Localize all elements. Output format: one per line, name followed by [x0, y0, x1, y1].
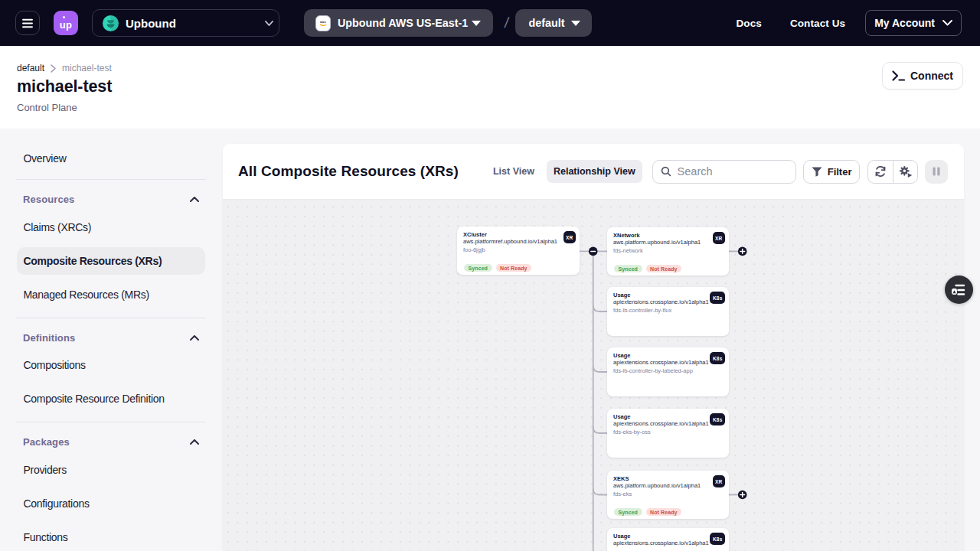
node-title: Usage: [613, 414, 724, 420]
sidebar-item-managed-resources[interactable]: Managed Resources (MRs): [17, 281, 205, 308]
app-root: up Upbound aws Upbound AWS US-East-1: [0, 0, 980, 551]
filter-label: Filter: [828, 166, 852, 178]
hamburger-icon: [22, 18, 33, 28]
sidebar-item-label: Compositions: [24, 359, 86, 371]
legend-toggle-button[interactable]: [945, 276, 973, 304]
pause-button[interactable]: [925, 160, 948, 184]
sidebar: Overview Resources Claims (XRCs) Composi…: [0, 129, 223, 551]
svg-text:aws: aws: [320, 20, 327, 24]
node-name: fds-eks: [613, 491, 724, 497]
sidebar-item-providers[interactable]: Providers: [17, 456, 205, 484]
graph-node-xeks[interactable]: XEKSaws.platform.upbound.io/v1alpha1fds-…: [607, 471, 729, 519]
gear-play-icon: [899, 165, 913, 178]
sidebar-item-functions[interactable]: Functions: [17, 523, 205, 551]
control-plane-select[interactable]: aws Upbound AWS US-East-1: [304, 9, 493, 37]
sidebar-item-overview[interactable]: Overview: [17, 145, 205, 172]
composite-resources-panel: All Composite Resources (XRs) List View …: [223, 144, 964, 551]
sidebar-section-label: Definitions: [23, 332, 190, 344]
main-panel-wrap: All Composite Resources (XRs) List View …: [223, 129, 980, 551]
my-account-label: My Account: [874, 17, 935, 29]
menu-button[interactable]: [15, 11, 40, 35]
docs-link[interactable]: Docs: [736, 18, 761, 29]
node-kind-badge: XR: [564, 231, 576, 243]
node-kind-badge: K8s: [710, 292, 725, 304]
status-badge-synced: Synced: [614, 508, 642, 516]
sidebar-item-label: Functions: [24, 531, 68, 543]
path-separator: /: [504, 15, 510, 31]
graph-node-usage-1[interactable]: Usageapiextensions.crossplane.io/v1alpha…: [607, 287, 729, 336]
node-kind-badge: K8s: [710, 352, 725, 364]
legend-icon: [952, 284, 966, 296]
relationship-canvas[interactable]: XClusteraws.platformref.upbound.io/v1alp…: [223, 199, 964, 551]
sidebar-divider: [16, 179, 206, 180]
page-subtitle: Control Plane: [17, 102, 965, 113]
node-kind-badge: K8s: [710, 413, 725, 425]
node-statuses: SyncedNot Ready: [614, 265, 681, 272]
chevron-up-icon: [190, 439, 199, 445]
graph-node-usage-4[interactable]: Usageapiextensions.crossplane.io/v1alpha…: [607, 528, 729, 551]
sidebar-divider: [16, 422, 206, 422]
refresh-button[interactable]: [868, 161, 893, 183]
organization-select[interactable]: Upbound: [92, 9, 279, 37]
search-input[interactable]: [678, 165, 788, 178]
group-select[interactable]: default: [515, 9, 593, 37]
node-name: fds-lb-controller-by-flux: [613, 308, 724, 314]
graph-node-usage-3[interactable]: Usageapiextensions.crossplane.io/v1alpha…: [607, 409, 729, 458]
node-title: XNetwork: [613, 233, 724, 239]
status-badge-synced: Synced: [464, 264, 492, 272]
graph-node-xnetwork[interactable]: XNetworkaws.platform.upbound.io/v1alpha1…: [607, 227, 729, 276]
sidebar-item-label: Managed Resources (MRs): [24, 289, 149, 301]
node-title: XEKS: [613, 476, 724, 482]
aws-logo-icon: aws: [315, 15, 331, 31]
graph-node-usage-2[interactable]: Usageapiextensions.crossplane.io/v1alpha…: [607, 347, 729, 396]
terminal-icon: [892, 70, 905, 81]
my-account-button[interactable]: My Account: [865, 10, 962, 36]
sidebar-item-compositions[interactable]: Compositions: [17, 351, 205, 379]
contact-us-link[interactable]: Contact Us: [790, 18, 845, 29]
node-title: XCluster: [463, 232, 574, 238]
upbound-logo[interactable]: up: [54, 11, 78, 35]
node-api-version: apiextensions.crossplane.io/v1alpha1: [613, 299, 724, 305]
node-statuses: SyncedNot Ready: [614, 508, 681, 516]
breadcrumb-group[interactable]: default: [17, 63, 44, 73]
connect-button[interactable]: Connect: [882, 62, 963, 90]
sidebar-section-definitions[interactable]: Definitions: [0, 328, 214, 347]
run-automation-button[interactable]: [893, 161, 917, 183]
organization-avatar: [103, 15, 119, 31]
sidebar-item-composite-resource-definition[interactable]: Composite Resource Definition: [17, 385, 205, 412]
node-api-version: apiextensions.crossplane.io/v1alpha1: [613, 421, 724, 427]
page-header: default michael-test michael-test Contro…: [0, 46, 980, 129]
sidebar-section-packages[interactable]: Packages: [0, 432, 214, 452]
node-api-version: aws.platform.upbound.io/v1alpha1: [613, 240, 724, 246]
chevron-down-icon: [942, 20, 952, 26]
sidebar-item-configurations[interactable]: Configurations: [17, 490, 205, 517]
filter-button[interactable]: Filter: [803, 160, 861, 184]
control-plane-select-label: Upbound AWS US-East-1: [338, 17, 468, 29]
list-view-button[interactable]: List View: [493, 166, 534, 177]
node-name: foo-6jgjb: [463, 247, 574, 253]
relationship-view-button[interactable]: Relationship View: [547, 160, 642, 183]
sidebar-item-label: Composite Resource Definition: [24, 393, 165, 405]
node-title: Usage: [613, 292, 724, 298]
node-name: fds-network: [613, 248, 724, 254]
breadcrumb: default michael-test: [17, 63, 965, 73]
node-api-version: aws.platformref.upbound.io/v1alpha1: [463, 239, 574, 245]
sidebar-divider: [16, 318, 206, 318]
caret-down-icon: [571, 21, 580, 26]
sidebar-item-composite-resources[interactable]: Composite Resources (XRs): [17, 247, 205, 275]
topbar: up Upbound aws Upbound AWS US-East-1: [0, 0, 980, 46]
filter-funnel-icon: [812, 167, 822, 177]
group-select-label: default: [529, 17, 565, 29]
sidebar-section-resources[interactable]: Resources: [0, 190, 214, 210]
status-badge-not-ready: Not Ready: [646, 265, 682, 272]
search-icon: [661, 165, 671, 178]
chevron-up-icon: [190, 335, 199, 341]
node-api-version: apiextensions.crossplane.io/v1alpha1: [613, 360, 724, 366]
graph-node-xcluster[interactable]: XClusteraws.platformref.upbound.io/v1alp…: [457, 227, 580, 275]
sidebar-item-claims[interactable]: Claims (XRCs): [17, 214, 205, 241]
breadcrumb-chevron-icon: [51, 64, 56, 73]
chevron-down-icon: [265, 21, 273, 26]
node-statuses: SyncedNot Ready: [464, 264, 531, 272]
graph-actions-group: [867, 160, 918, 184]
organization-select-label: Upbound: [126, 17, 265, 30]
